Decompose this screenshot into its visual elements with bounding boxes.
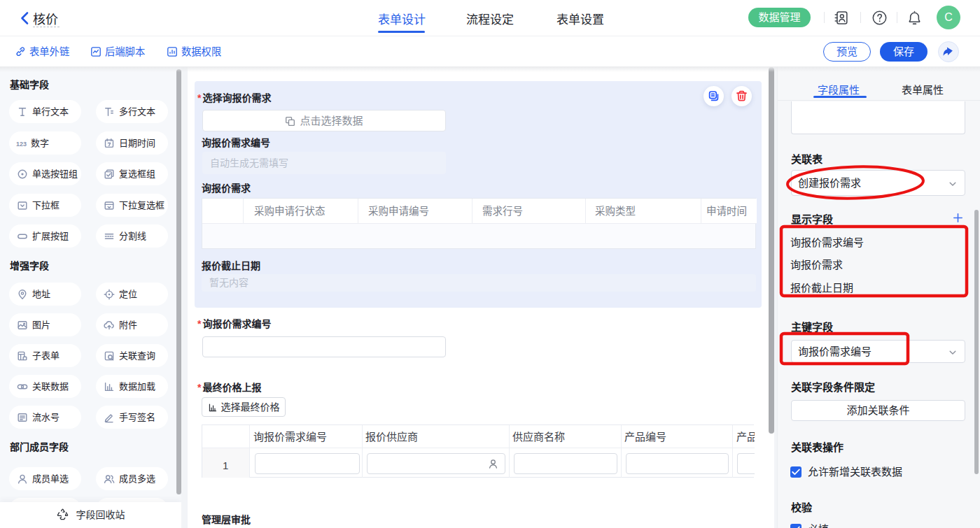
svg-text:123: 123 <box>16 140 27 147</box>
